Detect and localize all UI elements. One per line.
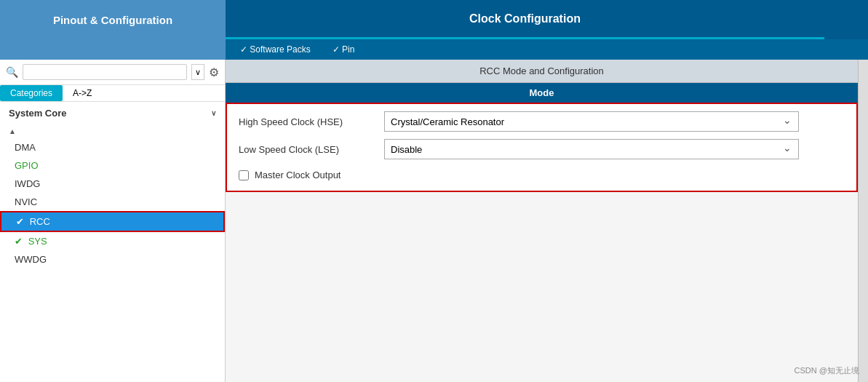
main-layout: 🔍 ∨ ⚙ Categories A->Z System Core ∨ ▲ D: [0, 60, 868, 382]
sys-check-icon: ✔: [15, 236, 25, 247]
sidebar-item-rcc[interactable]: ✔ RCC: [0, 211, 225, 232]
sidebar: 🔍 ∨ ⚙ Categories A->Z System Core ∨ ▲ D: [0, 60, 226, 382]
sidebar-divider: ▲: [0, 124, 225, 138]
software-packs-label: ✓ Software Packs: [240, 44, 311, 55]
mode-header: Mode: [226, 83, 858, 103]
search-dropdown-button[interactable]: ∨: [191, 64, 204, 80]
watermark: CSDN @知无止境: [795, 365, 859, 376]
sub-nav-right: ✓ Software Packs ✓ Pin: [226, 39, 868, 60]
mode-body: High Speed Clock (HSE) Disable BYPASS Cl…: [226, 103, 858, 192]
search-icon: 🔍: [6, 66, 18, 78]
scrollbar[interactable]: [858, 60, 868, 382]
sidebar-item-wwdg[interactable]: WWDG: [0, 250, 225, 268]
section-arrow: ∨: [211, 109, 216, 117]
lse-row: Low Speed Clock (LSE) Disable BYPASS Clo…: [239, 139, 845, 159]
pinout-sub-tab[interactable]: ✓ Pin: [325, 44, 362, 55]
sidebar-item-dma[interactable]: DMA: [0, 138, 225, 156]
system-core-section[interactable]: System Core ∨: [0, 102, 225, 124]
sidebar-item-sys[interactable]: ✔ SYS: [0, 232, 225, 250]
pinout-tab[interactable]: Pinout & Configuration: [0, 0, 226, 39]
extra-nav: [824, 0, 868, 39]
clock-label: Clock Configuration: [469, 12, 581, 25]
sidebar-item-iwdg[interactable]: IWDG: [0, 175, 225, 193]
sub-nav: ✓ Software Packs ✓ Pin: [0, 39, 868, 60]
hse-select[interactable]: Disable BYPASS Clock Source Crystal/Cera…: [384, 111, 799, 132]
clock-tab[interactable]: Clock Configuration: [226, 0, 824, 39]
arrow-up-icon: ▲: [9, 127, 16, 135]
sub-nav-left: [0, 39, 226, 60]
search-bar: 🔍 ∨ ⚙: [0, 60, 225, 85]
master-clock-checkbox[interactable]: [239, 170, 249, 180]
pin-label: ✓ Pin: [333, 44, 355, 55]
sidebar-items: DMA GPIO IWDG NVIC ✔ RCC ✔ SYS WWDG: [0, 138, 225, 268]
rcc-check-icon: ✔: [16, 216, 27, 227]
software-packs-tab[interactable]: ✓ Software Packs: [226, 44, 325, 55]
tab-atoz[interactable]: A->Z: [63, 85, 102, 101]
tab-categories[interactable]: Categories: [0, 85, 63, 101]
lse-select[interactable]: Disable BYPASS Clock Source Crystal/Cera…: [384, 139, 799, 159]
pinout-label: Pinout & Configuration: [53, 14, 172, 26]
content-title: RCC Mode and Configuration: [226, 60, 858, 83]
sidebar-item-gpio[interactable]: GPIO: [0, 156, 225, 175]
sidebar-item-nvic[interactable]: NVIC: [0, 193, 225, 211]
top-nav: Pinout & Configuration Clock Configurati…: [0, 0, 868, 39]
hse-row: High Speed Clock (HSE) Disable BYPASS Cl…: [239, 111, 845, 132]
hse-select-wrapper: Disable BYPASS Clock Source Crystal/Cera…: [384, 111, 799, 132]
master-clock-row: Master Clock Output: [239, 167, 845, 183]
section-label: System Core: [9, 108, 66, 119]
hse-label: High Speed Clock (HSE): [239, 116, 384, 127]
gear-icon[interactable]: ⚙: [209, 65, 219, 79]
lse-select-wrapper: Disable BYPASS Clock Source Crystal/Cera…: [384, 139, 799, 159]
search-input[interactable]: [23, 64, 187, 80]
mode-section: Mode High Speed Clock (HSE) Disable BYPA…: [226, 83, 858, 192]
master-clock-label: Master Clock Output: [255, 170, 341, 180]
content-area: RCC Mode and Configuration Mode High Spe…: [226, 60, 858, 382]
tabs-row: Categories A->Z: [0, 85, 225, 102]
lse-label: Low Speed Clock (LSE): [239, 144, 384, 155]
